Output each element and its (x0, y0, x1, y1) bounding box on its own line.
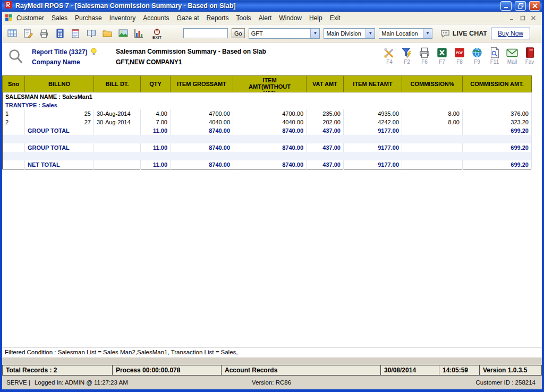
export-pdf-button[interactable]: PDF F8 (452, 46, 468, 65)
live-chat-button[interactable]: LIVE CHAT (440, 29, 487, 38)
action-label: F11 (490, 59, 499, 65)
footer-version: Version: RC86 (252, 379, 291, 386)
cell-bill-dt: 30-Aug-2014 (94, 118, 141, 126)
trantype-group-row: TRANTYPE : Sales (3, 101, 532, 109)
commission-table: Sno BILLNO BILL DT. QTY ITEM GROSSAMT IT… (2, 75, 532, 169)
cell-gross-amt: 4700.00 (171, 109, 233, 118)
cell-net-amt: 9177.00 (344, 143, 402, 152)
menu-item-reports[interactable]: Reports (203, 12, 233, 24)
calculator-button[interactable] (54, 27, 66, 40)
group-total-row: GROUP TOTAL 11.00 8740.00 8740.00 437.00… (3, 143, 532, 152)
report-title-value: Salesman Commission Summary - Based on S… (116, 48, 266, 56)
cell-billno: 27 (25, 118, 94, 126)
menu-item-inventory[interactable]: Inventory (106, 12, 139, 24)
mdi-restore-icon[interactable] (518, 14, 527, 22)
location-select[interactable]: Main Location ▼ (379, 28, 432, 39)
report-area: Report Title (3327) Salesman Commission … (2, 42, 542, 357)
menu-item-tools[interactable]: Tools (233, 12, 255, 24)
table-row[interactable]: 1 25 30-Aug-2014 4.00 4700.00 4700.00 23… (3, 109, 532, 118)
total-label: NET TOTAL (25, 160, 94, 169)
edit-button[interactable] (22, 27, 35, 40)
go-button[interactable]: Go (232, 28, 245, 38)
menu-item-help[interactable]: Help (305, 12, 326, 24)
spacer-row (3, 152, 532, 160)
menu-item-alert[interactable]: Alert (255, 12, 276, 24)
company-select[interactable]: GFT ▼ (249, 28, 320, 39)
menu-item-window[interactable]: Window (275, 12, 305, 24)
cell-gross-amt: 4040.00 (171, 118, 233, 126)
total-label: GROUP TOTAL (25, 143, 94, 152)
chevron-down-icon: ▼ (423, 29, 432, 38)
filter-button[interactable]: F2 (399, 46, 415, 65)
cell-commission-amt: 699.20 (463, 143, 532, 152)
mdi-close-icon[interactable] (529, 14, 538, 22)
net-total-row: NET TOTAL 11.00 8740.00 8740.00 437.00 9… (3, 160, 532, 169)
cell-commission-amt: 699.20 (463, 160, 532, 169)
exit-button-label: EXIT (152, 36, 162, 39)
menu-item-gaze-at[interactable]: Gaze at (173, 12, 203, 24)
cell-commission-pct (402, 126, 463, 135)
minimize-button[interactable] (500, 1, 512, 11)
action-label: F9 (474, 59, 480, 65)
report-title-label: Report Title (3327) (32, 48, 116, 56)
window-title: RayMedi RPOS 7 - [Salesman Commission Su… (15, 2, 497, 10)
export-html-button[interactable]: F9 (469, 46, 485, 65)
favorites-button[interactable]: Fav (522, 46, 538, 65)
mail-button[interactable]: Mail (504, 46, 520, 65)
status-total-records: Total Records : 2 (2, 365, 112, 376)
notes-button[interactable] (70, 27, 82, 40)
col-qty: QTY (141, 76, 171, 92)
cell-vat-amt: 437.00 (307, 143, 344, 152)
close-button[interactable] (529, 1, 540, 11)
cell-bill-dt (94, 126, 141, 135)
grid-view-button[interactable] (6, 27, 19, 40)
print-button[interactable] (38, 27, 50, 40)
mail-icon (506, 46, 518, 59)
image-button[interactable] (117, 27, 129, 40)
power-icon (153, 28, 161, 36)
action-label: F2 (404, 59, 410, 65)
cell-vat-amt: 202.00 (307, 118, 344, 126)
cell-amt-wo-vat: 8740.00 (233, 143, 307, 152)
cell-commission-amt: 323.20 (463, 118, 532, 126)
chart-button[interactable] (133, 27, 145, 40)
settings-button[interactable]: F4 (381, 46, 397, 65)
exit-button[interactable]: EXIT (149, 28, 166, 39)
cell-net-amt: 4242.00 (344, 118, 402, 126)
col-sno: Sno (3, 76, 25, 92)
menu-item-sales[interactable]: Sales (48, 12, 71, 24)
print-report-button[interactable]: F6 (416, 46, 432, 65)
cell-qty: 4.00 (141, 109, 171, 118)
col-commission-pct: COMMISSION% (402, 76, 463, 92)
division-select[interactable]: Main Division ▼ (324, 28, 375, 39)
menu-item-exit[interactable]: Exit (326, 12, 344, 24)
mdi-minimize-icon[interactable] (508, 14, 516, 22)
filter-condition-bar: Filtered Condition : Salesman List = Sal… (2, 347, 542, 357)
magnifier-icon (7, 48, 23, 75)
ledger-button[interactable] (86, 27, 98, 40)
maximize-button[interactable] (515, 1, 526, 11)
footer-customer-id: Customer ID : 258214 (475, 379, 542, 386)
open-folder-button[interactable] (101, 27, 114, 40)
table-row[interactable]: 2 27 30-Aug-2014 7.00 4040.00 4040.00 20… (3, 118, 532, 126)
mdi-child-icon (4, 14, 13, 22)
export-excel-button[interactable]: F7 (434, 46, 450, 65)
quick-search-input[interactable] (183, 28, 228, 38)
menu-item-purchase[interactable]: Purchase (71, 12, 106, 24)
cell-sno: 1 (3, 109, 25, 118)
col-item-grossamt: ITEM GROSSAMT (171, 76, 233, 92)
cell-qty: 11.00 (141, 143, 171, 152)
titlebar: RayMedi RPOS 7 - [Salesman Commission Su… (2, 0, 542, 12)
status-date: 30/08/2014 (380, 365, 439, 376)
preview-button[interactable]: F11 (487, 46, 503, 65)
toolbar: EXIT Go GFT ▼ Main Division ▼ Main Locat… (2, 24, 542, 42)
menu-item-customer[interactable]: Customer (13, 12, 48, 24)
menu-item-accounts[interactable]: Accounts (139, 12, 173, 24)
cell-billno: 25 (25, 109, 94, 118)
buy-now-button[interactable]: Buy Now (491, 28, 530, 39)
company-name-value: GFT,NEW COMPANY1 (116, 58, 266, 66)
salesman-name-line: SALESMAN NAME : SalesMan1 (3, 92, 532, 101)
col-bill-dt: BILL DT. (94, 76, 141, 92)
globe-icon (471, 46, 483, 59)
edit-icon (23, 28, 33, 39)
